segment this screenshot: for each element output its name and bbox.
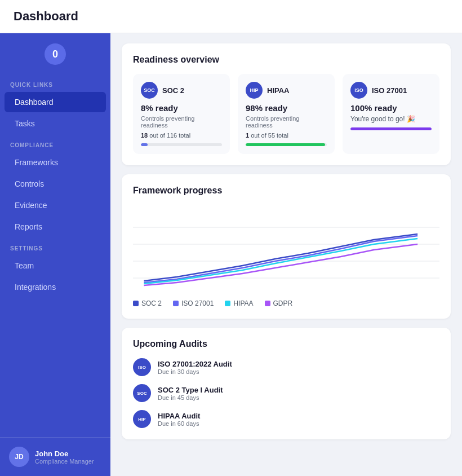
sidebar-item-integrations[interactable]: Integrations (5, 277, 106, 297)
iso-good-text: You're good to go! 🎉 (350, 115, 432, 123)
logo-icon: 0 (45, 43, 66, 65)
audit-soc2-name: SOC 2 Type I Audit (158, 386, 223, 394)
user-role: Compliance Manager (35, 458, 94, 465)
legend-dot-hipaa (225, 301, 230, 306)
page-title: Dashboard (14, 9, 448, 24)
iso-progress-fill (350, 127, 432, 130)
readiness-item-iso: ISO ISO 27001 100% ready You're good to … (343, 74, 439, 154)
framework-progress-chart (133, 205, 439, 295)
legend-dot-gdpr (265, 301, 270, 306)
sidebar-item-reports[interactable]: Reports (5, 217, 106, 237)
sidebar-item-frameworks[interactable]: Frameworks (5, 152, 106, 173)
legend-label-gdpr: GDPR (273, 299, 293, 307)
user-profile[interactable]: JD John Doe Compliance Manager (0, 437, 110, 476)
iso-badge-icon: ISO (350, 82, 367, 99)
top-bar: Dashboard (0, 0, 462, 33)
hipaa-sub: Controls preventing readiness (246, 115, 327, 129)
audit-iso-info: ISO 27001:2022 Audit Due in 30 days (158, 360, 232, 375)
compliance-label: COMPLIANCE (0, 134, 110, 152)
legend-iso: ISO 27001 (173, 299, 214, 307)
legend-hipaa: HIPAA (225, 299, 253, 307)
layout: 0 QUICK LINKS Dashboard Tasks COMPLIANCE… (0, 33, 462, 476)
audit-soc2-info: SOC 2 Type I Audit Due in 45 days (158, 386, 223, 401)
quick-links-label: QUICK LINKS (0, 74, 110, 91)
audit-item-iso: ISO ISO 27001:2022 Audit Due in 30 days (133, 358, 439, 376)
soc2-progress-fill (141, 143, 148, 146)
hipaa-progress-fill (246, 143, 325, 146)
main-content: Readiness overview SOC SOC 2 8% ready Co… (110, 33, 462, 476)
sidebar: 0 QUICK LINKS Dashboard Tasks COMPLIANCE… (0, 33, 110, 476)
soc2-progress-bg (141, 143, 222, 146)
audit-hipaa-info: HIPAA Audit Due in 60 days (158, 412, 200, 427)
hipaa-badge-icon: HIP (246, 82, 263, 99)
sidebar-item-tasks[interactable]: Tasks (5, 113, 106, 134)
audit-iso-name: ISO 27001:2022 Audit (158, 360, 232, 368)
hipaa-name: HIPAA (267, 86, 289, 95)
framework-badge-soc2: SOC SOC 2 (141, 82, 222, 99)
audit-item-soc2: SOC SOC 2 Type I Audit Due in 45 days (133, 384, 439, 402)
hipaa-percent: 98% ready (246, 103, 327, 113)
iso-percent: 100% ready (350, 103, 432, 113)
sidebar-item-evidence[interactable]: Evidence (5, 195, 106, 215)
legend-dot-soc2 (133, 301, 139, 306)
audit-soc2-due: Due in 45 days (158, 394, 223, 401)
hipaa-count: 1 out of 55 total (246, 132, 327, 139)
legend-label-hipaa: HIPAA (233, 299, 253, 307)
settings-label: SETTINGS (0, 237, 110, 255)
legend-label-iso: ISO 27001 (181, 299, 214, 307)
sidebar-item-controls[interactable]: Controls (5, 174, 106, 194)
audit-hipaa-due: Due in 60 days (158, 420, 200, 427)
audit-hipaa-badge: HIP (133, 410, 151, 428)
chart-legend: SOC 2 ISO 27001 HIPAA GDPR (133, 299, 439, 307)
audit-item-hipaa: HIP HIPAA Audit Due in 60 days (133, 410, 439, 428)
readiness-grid: SOC SOC 2 8% ready Controls preventing r… (133, 74, 439, 154)
user-info: John Doe Compliance Manager (35, 449, 94, 465)
avatar: JD (9, 447, 29, 467)
user-name: John Doe (35, 449, 94, 458)
soc2-name: SOC 2 (162, 86, 184, 95)
readiness-item-hipaa: HIP HIPAA 98% ready Controls preventing … (238, 74, 335, 154)
framework-progress-title: Framework progress (133, 186, 439, 196)
legend-label-soc2: SOC 2 (141, 299, 162, 307)
framework-badge-iso: ISO ISO 27001 (350, 82, 432, 99)
audit-iso-badge: ISO (133, 358, 151, 376)
sidebar-item-team[interactable]: Team (5, 255, 106, 276)
audit-hipaa-name: HIPAA Audit (158, 412, 200, 420)
legend-soc2: SOC 2 (133, 299, 162, 307)
upcoming-audits-card: Upcoming Audits ISO ISO 27001:2022 Audit… (122, 328, 451, 439)
sidebar-item-dashboard[interactable]: Dashboard (5, 92, 106, 112)
audit-iso-due: Due in 30 days (158, 368, 232, 375)
soc2-sub: Controls preventing readiness (141, 115, 222, 129)
readiness-item-soc2: SOC SOC 2 8% ready Controls preventing r… (133, 74, 230, 154)
readiness-overview-card: Readiness overview SOC SOC 2 8% ready Co… (122, 43, 451, 165)
audit-list: ISO ISO 27001:2022 Audit Due in 30 days … (133, 358, 439, 428)
hipaa-progress-bg (246, 143, 327, 146)
audit-soc2-badge: SOC (133, 384, 151, 402)
framework-badge-hipaa: HIP HIPAA (246, 82, 327, 99)
chart-svg (133, 205, 439, 295)
iso-name: ISO 27001 (372, 86, 407, 95)
iso-progress-spacer (350, 127, 432, 130)
legend-gdpr: GDPR (265, 299, 293, 307)
legend-dot-iso (173, 301, 179, 306)
sidebar-logo: 0 (0, 33, 110, 74)
upcoming-audits-title: Upcoming Audits (133, 339, 439, 349)
soc2-percent: 8% ready (141, 103, 222, 113)
readiness-title: Readiness overview (133, 55, 439, 65)
framework-progress-card: Framework progress (122, 174, 451, 319)
iso-progress-bg (350, 127, 432, 130)
soc2-count: 18 out of 116 total (141, 132, 222, 139)
soc2-badge-icon: SOC (141, 82, 158, 99)
